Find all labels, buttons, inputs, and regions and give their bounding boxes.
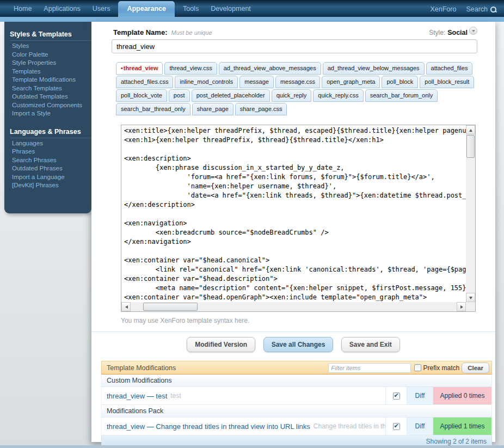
tab-search-bar-thread-only[interactable]: search_bar_thread_only xyxy=(116,103,190,115)
tab-ad-thread-view-above-messages[interactable]: ad_thread_view_above_messages xyxy=(219,62,321,75)
nav-item-applications[interactable]: Applications xyxy=(38,1,86,17)
sidebar-item-devkit-phrases[interactable]: [DevKit] Phrases xyxy=(4,181,91,190)
brand-link[interactable]: XenForo xyxy=(430,5,456,13)
modifications-groups: Custom Modificationsthread_view — testte… xyxy=(101,375,492,435)
template-name-hint: Must be unique xyxy=(171,29,429,36)
horizontal-scrollbar[interactable] xyxy=(121,302,466,311)
tab-open-graph-meta[interactable]: open_graph_meta xyxy=(322,76,380,88)
tab-attached-files-css[interactable]: attached_files.css xyxy=(116,76,173,88)
sidebar-section-title-languages-phrases: Languages & Phrases xyxy=(10,128,91,138)
top-nav-items: HomeApplicationsUsersAppearanceToolsDeve… xyxy=(8,1,257,17)
scroll-up-icon[interactable] xyxy=(466,125,475,134)
sidebar-item-import-a-style[interactable]: Import a Style xyxy=(4,109,91,118)
template-tabs: thread_viewthread_view.cssad_thread_view… xyxy=(116,62,478,116)
modification-enabled-checkbox[interactable] xyxy=(393,423,400,430)
nav-item-tools[interactable]: Tools xyxy=(177,1,205,17)
prefix-match-checkbox[interactable] xyxy=(414,364,421,371)
modification-title-link[interactable]: thread_view — test xyxy=(107,392,167,400)
nav-substrip xyxy=(0,17,504,22)
scroll-right-icon[interactable] xyxy=(457,302,466,311)
tab-search-bar-forum-only[interactable]: search_bar_forum_only xyxy=(365,89,438,102)
tab-share-page-css[interactable]: share_page.css xyxy=(235,103,287,115)
sidebar-item-search-templates[interactable]: Search Templates xyxy=(4,84,91,93)
tab-quick-reply[interactable]: quick_reply xyxy=(272,89,312,102)
tab-post-deleted-placeholder[interactable]: post_deleted_placeholder xyxy=(192,89,270,102)
template-modifications-title: Template Modifications xyxy=(107,364,328,372)
group-heading-custom-modifications: Custom Modifications xyxy=(101,375,492,387)
bottom-strip xyxy=(0,445,504,448)
applied-times-badge[interactable]: Applied 1 times xyxy=(433,418,491,435)
group-heading-modifications-pack: Modifications Pack xyxy=(101,405,492,418)
filter-items-input[interactable] xyxy=(328,363,411,373)
modification-row: thread_view — Change thread titles in th… xyxy=(101,418,492,435)
tab-post[interactable]: post xyxy=(169,89,190,102)
sidebar-item-outdated-phrases[interactable]: Outdated Phrases xyxy=(4,164,91,173)
sidebar-item-style-properties[interactable]: Style Properties xyxy=(4,59,91,67)
template-name-row: Template Name: Must be unique Style: Soc… xyxy=(113,27,477,36)
horizontal-scroll-thumb[interactable] xyxy=(143,303,198,311)
save-all-changes-button[interactable]: Save all Changes xyxy=(263,337,334,352)
scroll-down-icon[interactable] xyxy=(466,293,475,302)
sidebar: Styles & TemplatesStylesColor PaletteSty… xyxy=(4,22,91,213)
modification-title-link[interactable]: thread_view — Change thread titles in th… xyxy=(107,422,310,431)
sidebar-item-import-a-language[interactable]: Import a Language xyxy=(4,173,91,182)
sidebar-item-languages[interactable]: Languages xyxy=(4,139,91,148)
modification-subtitle: test xyxy=(170,392,181,400)
modification-enabled-cell xyxy=(385,418,407,435)
sidebar-item-styles[interactable]: Styles xyxy=(4,42,91,51)
sidebar-item-outdated-templates[interactable]: Outdated Templates xyxy=(4,93,91,101)
tab-thread-view[interactable]: thread_view xyxy=(116,62,163,75)
sidebar-item-customized-components[interactable]: Customized Components xyxy=(4,101,91,110)
search-icon[interactable] xyxy=(490,7,496,13)
main-panel: Template Name: Must be unique Style: Soc… xyxy=(91,22,495,442)
tab-message-css[interactable]: message.css xyxy=(275,76,320,88)
modification-main: thread_view — Change thread titles in th… xyxy=(102,418,385,435)
tab-poll-block-vote[interactable]: poll_block_vote xyxy=(116,89,167,102)
modification-subtitle: Change thread titles in thread xyxy=(314,422,385,430)
diff-link[interactable]: Diff xyxy=(407,387,433,404)
nav-item-appearance[interactable]: Appearance xyxy=(118,1,175,17)
save-and-exit-button[interactable]: Save and Exit xyxy=(341,337,400,352)
vertical-scroll-thumb[interactable] xyxy=(466,135,475,158)
nav-item-home[interactable]: Home xyxy=(8,1,38,17)
sidebar-item-template-modifications[interactable]: Template Modifications xyxy=(4,76,91,84)
sidebar-section-gap xyxy=(4,118,91,125)
style-label: Style: xyxy=(429,29,445,36)
clear-button[interactable]: Clear xyxy=(462,363,489,373)
tab-inline-mod-controls[interactable]: inline_mod_controls xyxy=(175,76,238,88)
vertical-scrollbar[interactable] xyxy=(466,125,475,302)
template-modifications-header: Template Modifications Prefix match Clea… xyxy=(101,361,492,375)
modification-enabled-checkbox[interactable] xyxy=(393,392,400,400)
code-editor[interactable]: <xen:title>{xen:helper threadPrefix, $th… xyxy=(121,125,476,312)
tab-quick-reply-css[interactable]: quick_reply.css xyxy=(313,89,363,102)
applied-times-badge[interactable]: Applied 0 times xyxy=(433,387,491,404)
sidebar-item-phrases[interactable]: Phrases xyxy=(4,148,91,156)
template-modifications-block: Template Modifications Prefix match Clea… xyxy=(101,361,492,448)
sidebar-item-search-phrases[interactable]: Search Phrases xyxy=(4,156,91,165)
nav-search[interactable]: Search xyxy=(466,5,496,13)
sidebar-section-title-styles-templates: Styles & Templates xyxy=(10,30,91,41)
sidebar-item-color-palette[interactable]: Color Palette xyxy=(4,51,91,59)
sidebar-item-templates[interactable]: Templates xyxy=(4,67,91,76)
scrollbar-corner xyxy=(466,302,475,311)
tab-message[interactable]: message xyxy=(239,76,274,88)
nav-item-users[interactable]: Users xyxy=(87,1,116,17)
tab-thread-view-css[interactable]: thread_view.css xyxy=(164,62,217,75)
style-dropdown-icon[interactable] xyxy=(469,27,477,35)
top-nav: HomeApplicationsUsersAppearanceToolsDeve… xyxy=(0,0,504,17)
tab-share-page[interactable]: share_page xyxy=(192,103,233,115)
modification-enabled-cell xyxy=(385,387,407,404)
code-content[interactable]: <xen:title>{xen:helper threadPrefix, $th… xyxy=(121,125,466,302)
modified-version-button[interactable]: Modified Version xyxy=(187,337,255,352)
template-name-input[interactable] xyxy=(112,39,477,53)
prefix-match-label: Prefix match xyxy=(423,364,460,372)
scroll-left-icon[interactable] xyxy=(121,302,131,311)
tab-poll-block-result[interactable]: poll_block_result xyxy=(420,76,474,88)
tab-poll-block[interactable]: poll_block xyxy=(382,76,418,88)
nav-item-development[interactable]: Development xyxy=(205,1,257,17)
syntax-note: You may use XenForo template syntax here… xyxy=(121,317,495,324)
tab-ad-thread-view-below-messages[interactable]: ad_thread_view_below_messages xyxy=(323,62,425,75)
diff-link[interactable]: Diff xyxy=(407,418,433,435)
search-label[interactable]: Search xyxy=(466,5,488,13)
tab-attached-files[interactable]: attached_files xyxy=(426,62,473,75)
